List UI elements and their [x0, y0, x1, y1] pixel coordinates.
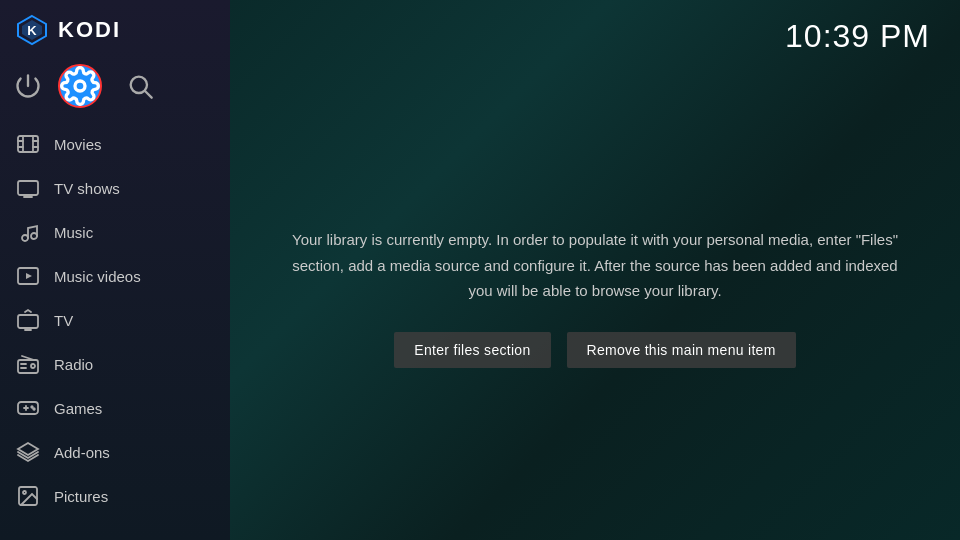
- sidebar-item-tv[interactable]: TV: [0, 298, 230, 342]
- sidebar-header: K KODI: [0, 0, 230, 60]
- sidebar-item-pictures[interactable]: Pictures: [0, 474, 230, 518]
- svg-rect-20: [18, 315, 38, 328]
- sidebar-item-tvshows[interactable]: TV shows: [0, 166, 230, 210]
- sidebar-item-tvshows-label: TV shows: [54, 180, 120, 197]
- app-title: KODI: [58, 17, 121, 43]
- svg-point-31: [31, 406, 33, 408]
- music-video-icon: [16, 264, 40, 288]
- sidebar-item-music-label: Music: [54, 224, 93, 241]
- remove-menu-item-button[interactable]: Remove this main menu item: [567, 332, 796, 368]
- sidebar-item-pictures-label: Pictures: [54, 488, 108, 505]
- kodi-logo-icon: K: [16, 14, 48, 46]
- sidebar-item-tv-label: TV: [54, 312, 73, 329]
- action-buttons: Enter files section Remove this main men…: [394, 332, 795, 368]
- sidebar-item-movies[interactable]: Movies: [0, 122, 230, 166]
- radio-icon: [16, 352, 40, 376]
- sidebar-item-addons-label: Add-ons: [54, 444, 110, 461]
- addons-icon: [16, 440, 40, 464]
- content-body: Your library is currently empty. In orde…: [230, 55, 960, 540]
- sidebar-item-games[interactable]: Games: [0, 386, 230, 430]
- settings-button[interactable]: [58, 64, 102, 108]
- sidebar-item-radio[interactable]: Radio: [0, 342, 230, 386]
- power-icon[interactable]: [14, 72, 42, 100]
- sidebar: K KODI: [0, 0, 230, 540]
- svg-rect-13: [18, 181, 38, 195]
- sidebar-item-movies-label: Movies: [54, 136, 102, 153]
- sidebar-icons-row: [0, 60, 230, 122]
- games-icon: [16, 396, 40, 420]
- clock-display: 10:39 PM: [785, 18, 930, 55]
- svg-rect-6: [18, 136, 38, 152]
- pictures-icon: [16, 484, 40, 508]
- library-empty-message: Your library is currently empty. In orde…: [290, 227, 900, 304]
- enter-files-button[interactable]: Enter files section: [394, 332, 550, 368]
- sidebar-item-radio-label: Radio: [54, 356, 93, 373]
- nav-list: Movies TV shows Music: [0, 122, 230, 540]
- tv2-icon: [16, 308, 40, 332]
- svg-marker-19: [26, 273, 32, 279]
- top-bar: 10:39 PM: [230, 0, 960, 55]
- sidebar-item-music[interactable]: Music: [0, 210, 230, 254]
- search-icon[interactable]: [126, 72, 154, 100]
- sidebar-item-musicvideos[interactable]: Music videos: [0, 254, 230, 298]
- svg-point-3: [75, 81, 85, 91]
- sidebar-item-addons[interactable]: Add-ons: [0, 430, 230, 474]
- sidebar-item-musicvideos-label: Music videos: [54, 268, 141, 285]
- svg-text:K: K: [27, 23, 37, 38]
- music-icon: [16, 220, 40, 244]
- svg-point-25: [31, 364, 35, 368]
- svg-point-32: [33, 408, 35, 410]
- tv-icon: [16, 176, 40, 200]
- main-content: 10:39 PM Your library is currently empty…: [230, 0, 960, 540]
- sidebar-item-games-label: Games: [54, 400, 102, 417]
- svg-line-5: [145, 91, 151, 97]
- film-icon: [16, 132, 40, 156]
- svg-point-34: [23, 491, 26, 494]
